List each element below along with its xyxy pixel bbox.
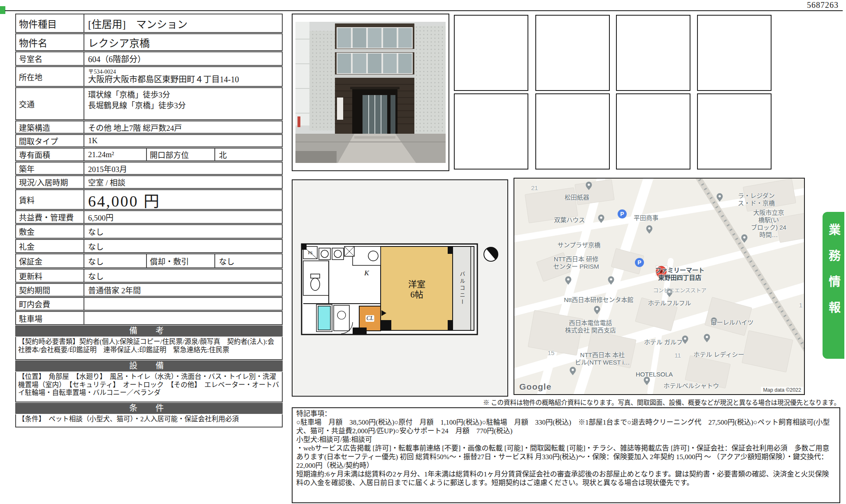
row-label: 契約期間: [16, 284, 84, 296]
special-notes-box: 特記事項： ○駐車場 月額 38,500円(税込)○原付 月額 1,100円(税…: [292, 407, 840, 503]
table-row: 礼金 なし: [15, 239, 283, 253]
photo-placeholder: [616, 15, 690, 91]
property-table: 物件種目 [住居用] マンション 物件名 レクシア京橋 号室名 604（6階部分…: [15, 14, 283, 428]
row-label: 号室名: [16, 52, 84, 65]
top-rule: [5, 10, 843, 11]
location-map: P P 21 松田紙器 双葉ハウス 平田商事 ラ・レジダンス・ド・京橋 大阪市立…: [514, 178, 805, 395]
special-notes-title: 特記事項：: [296, 409, 836, 418]
svg-text:P: P: [620, 211, 624, 217]
row-label: 礼金: [16, 240, 84, 252]
table-row: 町内会費: [15, 297, 283, 311]
google-logo: Google: [519, 382, 551, 392]
facilities-text: 【位置】 角部屋 【水廻り】 風呂・トイレ（水洗）・洗面台・バス・トイレ別・洗濯…: [15, 372, 283, 402]
row-label: 償却・敷引: [146, 254, 215, 267]
map-copyright: Map data ©2022: [761, 387, 803, 393]
row-label: 間取タイプ: [16, 135, 84, 146]
table-row: 号室名 604（6階部分）: [15, 51, 283, 66]
table-row-access: 交通 環状線「京橋」徒歩3分 長堀鶴見線「京橋」徒歩3分: [15, 87, 283, 120]
row-value: その他 地上7階 総戸数24戸: [84, 121, 282, 133]
row-label: 敷金: [16, 225, 84, 238]
business-info-tab-label: 業務情報: [825, 223, 842, 327]
row-value: なし: [84, 269, 282, 282]
photo-placeholder: [454, 15, 528, 91]
remarks-text: 【契約時必要書類】契約者(個人):保険証コピー/住民票/源泉/顔写真 契約者(法…: [15, 337, 283, 360]
table-row: 共益費・管理費 6,500円: [15, 210, 283, 224]
row-label: 共益費・管理費: [16, 211, 84, 223]
row-label: 物件名: [16, 34, 84, 50]
row-value: なし: [84, 240, 282, 252]
conditions-text: 【条件】 ペット相談（小型犬、猫可）・2人入居可能・保証会社利用必須: [15, 414, 283, 427]
property-sheet: 5687263 物件種目 [住居用] マンション 物件名 レクシア京橋 号室名 …: [0, 0, 846, 504]
floorplan-ps-label: PS: [308, 251, 312, 255]
row-value: [84, 312, 282, 324]
table-row: 物件種目 [住居用] マンション: [15, 14, 283, 33]
table-row: 築年 2015年03月: [15, 162, 283, 175]
table-row-area: 専有面積 21.24m² 開口部方位 北: [15, 148, 283, 161]
photo-placeholder: [535, 93, 610, 170]
section-header-conditions: 条 件: [15, 403, 283, 414]
table-row: 駐車場: [15, 311, 283, 325]
special-notes-paragraph: ・webサービス広告掲載 [許可]・転載事前連絡 [不要]・画像の転載 [可能]…: [296, 444, 836, 470]
photo-placeholder: [535, 15, 610, 91]
row-value: 空室 / 相談: [84, 176, 282, 188]
table-row: 契約期間 普通借家 2年間: [15, 283, 283, 297]
table-row: 間取タイプ 1K: [15, 134, 283, 147]
row-label: 築年: [16, 163, 84, 174]
table-row: 現況/入居時期 空室 / 相談: [15, 175, 283, 189]
floorplan-frame: 洋室 6帖 K CL バルコニー PS: [292, 179, 508, 397]
table-row: 建築構造 その他 地上7階 総戸数24戸: [15, 121, 283, 134]
parking-icon: P: [635, 258, 644, 267]
table-row-deposit: 保証金 なし 償却・敷引 なし: [15, 253, 283, 268]
row-label: 専有面積: [16, 149, 84, 160]
postal-code: 〒534-0024: [88, 69, 116, 75]
floorplan-balcony-label: バルコニー: [458, 271, 466, 306]
row-label: 駐車場: [16, 312, 84, 324]
row-label: 所在地: [16, 67, 84, 86]
row-value: 604（6階部分）: [84, 52, 282, 65]
row-value: なし: [84, 254, 146, 267]
special-notes-paragraph: 短期違約:6ヶ月未満は総賃料の2ヶ月分、1年未満は総賃料の1ヶ月分賃貸保証会社の…: [296, 470, 836, 487]
special-notes-paragraph: ○駐車場 月額 38,500円(税込)○原付 月額 1,100円(税込)○駐輪場…: [296, 418, 836, 435]
table-row-rent: 賃料 64,000 円: [15, 189, 283, 210]
map-graphics: P P: [514, 179, 804, 394]
row-label: 建築構造: [16, 121, 84, 133]
parking-icon: P: [618, 209, 627, 218]
row-value: 6,500円: [84, 211, 282, 223]
access-line: 長堀鶴見線「京橋」徒歩3分: [88, 100, 186, 111]
row-value: [住居用] マンション: [84, 14, 282, 32]
floorplan-drawing: [293, 180, 507, 396]
row-label: 交通: [16, 88, 84, 119]
row-value: なし: [84, 225, 282, 238]
business-info-tab[interactable]: 業務情報: [823, 212, 844, 359]
row-value: 21.24m²: [84, 149, 146, 160]
row-label: 賃料: [16, 190, 84, 209]
row-value: [84, 298, 282, 310]
row-value: 1K: [84, 135, 282, 146]
photo-placeholder: [616, 93, 690, 170]
table-row: 物件名 レクシア京橋: [15, 33, 283, 51]
row-value: 北: [215, 149, 282, 160]
photo-placeholder: [454, 93, 528, 170]
document-id: 5687263: [807, 0, 839, 10]
floorplan-kitchen-label: K: [364, 269, 369, 277]
row-label: 現況/入居時期: [16, 176, 84, 188]
row-label: 保証金: [16, 254, 84, 267]
row-value: レクシア京橋: [84, 34, 282, 50]
building-photo: [293, 14, 449, 170]
floorplan-room-label: 洋室 6帖: [408, 279, 425, 300]
rent-value: 64,000 円: [84, 190, 282, 209]
access-line: 環状線「京橋」徒歩3分: [88, 90, 170, 100]
special-notes-paragraph: 小型犬:相談可/猫:相談可: [296, 435, 836, 444]
photo-placeholder: [697, 93, 772, 170]
row-label: 開口部方位: [146, 149, 215, 160]
floorplan-closet-label: CL: [365, 315, 374, 322]
row-value: 2015年03月: [84, 163, 282, 174]
table-row: 敷金 なし: [15, 224, 283, 239]
row-label: 物件種目: [16, 14, 84, 32]
photo-placeholder: [697, 15, 772, 91]
row-value: 普通借家 2年間: [84, 284, 282, 296]
svg-text:P: P: [637, 259, 641, 266]
table-row-address: 所在地 〒534-0024 大阪府大阪市都島区東野田町４丁目14-10: [15, 66, 283, 87]
table-row: 更新料 なし: [15, 269, 283, 283]
section-header-remarks: 備 考: [15, 325, 283, 337]
